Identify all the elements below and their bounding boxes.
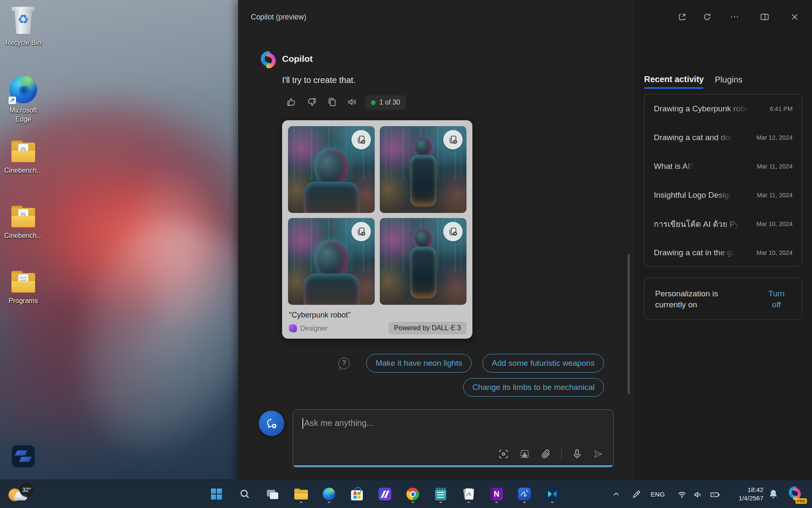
folder-gear-icon: ⚙ [10,206,37,229]
desktop-icon-cinebench-2[interactable]: ⚙ Cinebench... [0,206,47,240]
generated-image-3[interactable] [288,218,375,305]
copilot-tray-button[interactable]: PRE [787,486,804,503]
add-to-collection-button[interactable] [351,222,371,241]
edge-button[interactable] [319,484,339,504]
collect-plus-icon [356,135,366,145]
copilot-avatar [259,51,277,69]
generated-image-1[interactable] [288,126,375,213]
refresh-button[interactable] [699,9,716,25]
new-topic-button[interactable] [259,411,284,436]
bot-name: Copilot [282,54,313,64]
input-toolbar [498,447,604,460]
wifi-button[interactable] [677,485,687,504]
snip-icon[interactable] [519,448,530,460]
s-app-icon [12,445,35,467]
whiteboard-button[interactable] [515,484,534,504]
file-explorer-button[interactable] [291,484,311,504]
more-options-button[interactable] [726,9,743,25]
chat-input[interactable]: Ask me anything... [293,409,614,467]
turn-off-link[interactable]: Turn off [763,288,790,310]
notepad-button[interactable] [431,484,450,504]
toolbar-divider [561,447,562,460]
input-accent-bar [294,465,613,467]
search-button[interactable] [235,484,255,504]
whiteboard-icon [518,488,531,500]
split-view-button[interactable] [756,9,773,25]
windows-start-icon [211,489,222,500]
weather-widget[interactable]: 32° [8,483,37,506]
read-aloud-button[interactable] [347,97,359,108]
add-to-collection-button[interactable] [351,130,371,149]
add-to-collection-button[interactable] [443,222,463,241]
recent-item[interactable]: การเขียนโค้ด AI ด้วย Pyt Mar 10, 2024 [645,210,802,238]
open-external-icon [678,12,687,22]
add-to-collection-button[interactable] [443,130,463,149]
suggestion-chip-mechanical-limbs[interactable]: Change its limbs to be mechanical [463,378,604,397]
start-button[interactable] [207,484,226,504]
recent-item[interactable]: Insightful Logo Design Mar 11, 2024 [645,181,802,210]
battery-charging-icon [710,490,721,500]
thumbs-down-button[interactable] [306,97,318,108]
notepad-icon [435,488,446,500]
desktop-icon-edge[interactable]: ↗ Microsoft Edge [0,75,47,124]
copy-button[interactable] [326,97,338,108]
task-view-button[interactable] [263,484,283,504]
language-indicator[interactable]: ENG [650,485,665,504]
personalization-card: Personalization is currently on Turn off [644,278,802,320]
running-indicator [300,502,302,503]
generated-image-2[interactable] [380,126,466,213]
close-button[interactable] [786,9,803,25]
edge-icon: ↗ [9,75,37,103]
help-bubble-icon[interactable]: ? [338,358,350,369]
chat-scrollbar[interactable] [628,254,630,394]
notifications-button[interactable] [768,489,779,502]
tray-chevron-button[interactable] [612,485,621,504]
search-icon [239,488,251,500]
desktop-icon-cinebench-1[interactable]: ⚙ Cinebench... [0,141,47,175]
text-caret [302,418,303,429]
robot-figure [415,229,432,248]
recent-item[interactable]: What is AI? Mar 11, 2024 [645,152,802,181]
taskbar: 32° [0,480,812,508]
microphone-icon[interactable] [571,448,583,460]
chevron-up-icon [612,490,621,499]
powered-by-badge: Powered by DALL·E 3 [389,322,466,334]
attach-icon[interactable] [540,448,551,460]
recycle-bin-icon: ♻ [11,6,36,36]
running-indicator [328,502,330,503]
desktop-icon-recycle-bin[interactable]: ♻ Recycle Bin [0,6,47,47]
image-caption: "Cyberpunk robot" [289,311,351,320]
journal-app-button[interactable] [459,484,478,504]
bell-icon [768,489,779,500]
windows-ink-button[interactable] [631,485,641,504]
recent-item[interactable]: Drawing a cat and dog Mar 12, 2024 [645,123,802,152]
video-app-icon [546,488,559,500]
more-icon [730,12,740,22]
desktop-icon-s-app[interactable] [0,445,47,467]
copy-icon [326,97,337,108]
screenshot-icon[interactable] [498,448,509,460]
battery-button[interactable] [710,485,721,504]
m365-app-button[interactable] [375,484,395,504]
microsoft-store-button[interactable] [347,484,367,504]
recent-item[interactable]: Drawing a cat in the ga Mar 10, 2024 [645,238,802,267]
send-icon[interactable] [593,448,604,460]
desktop-icon-programs[interactable]: Programs [0,271,47,305]
onenote-button[interactable]: N [487,484,506,504]
tab-plugins[interactable]: Plugins [715,75,743,85]
volume-button[interactable] [693,485,703,504]
generated-image-4[interactable] [380,218,466,305]
open-external-button[interactable] [674,9,691,25]
recent-item[interactable]: Drawing a Cyberpunk robo 6:41 PM [645,94,802,123]
running-indicator [467,502,470,503]
suggestion-chip-neon-lights[interactable]: Make it have neon lights [366,354,472,373]
chrome-button[interactable] [403,484,422,504]
suggestion-chip-futuristic-weapons[interactable]: Add some futuristic weapons [483,354,604,373]
tab-recent-activity[interactable]: Recent activity [644,75,704,84]
thumbs-up-button[interactable] [286,97,298,108]
clock[interactable]: 18:42 1/4/2567 [739,486,763,502]
store-icon [351,490,363,500]
video-app-button[interactable] [543,484,562,504]
journal-icon [462,488,475,500]
shortcut-arrow-icon: ↗ [8,97,16,104]
